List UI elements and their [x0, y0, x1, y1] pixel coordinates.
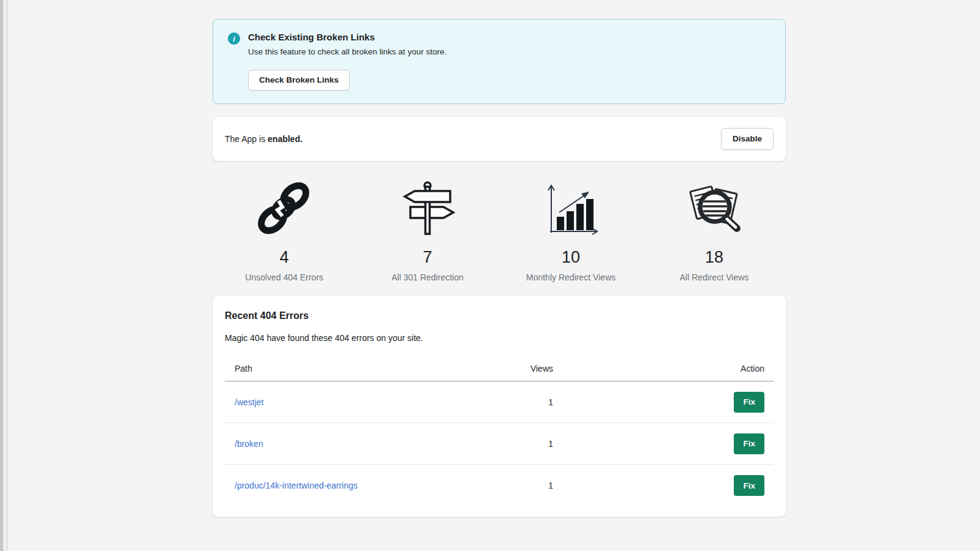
errors-card-description: Magic 404 have found these 404 errors on…: [225, 333, 774, 343]
info-icon: i: [228, 32, 240, 45]
path-link[interactable]: /broken: [235, 439, 263, 449]
stats-row: 4 Unsolved 404 Errors 7 All 301 Redirect…: [213, 178, 786, 282]
disable-button[interactable]: Disable: [721, 128, 774, 150]
views-value: 1: [488, 439, 553, 449]
stat-label: All Redirect Views: [643, 272, 786, 282]
stat-label: All 301 Redirection: [356, 272, 499, 282]
stat-value: 7: [356, 248, 499, 267]
app-status-prefix: The App is: [225, 134, 268, 144]
stat-all-redirect-views: 18 All Redirect Views: [643, 178, 786, 282]
bar-chart-icon: [499, 178, 643, 240]
views-value: 1: [488, 397, 553, 407]
table-row: /produc/14k-intertwined-earrings 1 Fix: [225, 465, 774, 506]
check-broken-links-button[interactable]: Check Broken Links: [248, 70, 350, 91]
stat-value: 10: [499, 248, 643, 267]
left-gutter: [3, 0, 8, 551]
banner-description: Use this feature to check all broken lin…: [248, 47, 447, 56]
fix-button[interactable]: Fix: [734, 475, 764, 496]
stat-value: 4: [213, 248, 356, 267]
banner-title: Check Existing Broken Links: [248, 32, 447, 42]
fix-button[interactable]: Fix: [734, 392, 764, 413]
broken-chain-icon: [213, 178, 356, 240]
broken-links-banner: i Check Existing Broken Links Use this f…: [213, 19, 786, 104]
stat-value: 18: [643, 248, 786, 267]
page-content: i Check Existing Broken Links Use this f…: [213, 19, 786, 517]
search-documents-icon: [643, 178, 786, 240]
stat-unsolved-404: 4 Unsolved 404 Errors: [213, 178, 356, 282]
app-status-value: enabled.: [268, 134, 303, 144]
errors-card-title: Recent 404 Errors: [225, 310, 774, 321]
stat-monthly-redirect-views: 10 Monthly Redirect Views: [499, 178, 643, 282]
signpost-icon: [356, 178, 499, 240]
column-header-path: Path: [225, 364, 488, 373]
banner-body: Check Existing Broken Links Use this fea…: [248, 32, 447, 91]
column-header-views: Views: [488, 364, 553, 373]
stat-label: Unsolved 404 Errors: [213, 272, 356, 282]
column-header-action: Action: [553, 364, 774, 373]
table-header-row: Path Views Action: [225, 356, 774, 381]
stat-301-redirection: 7 All 301 Redirection: [356, 178, 499, 282]
table-row: /broken 1 Fix: [225, 423, 774, 465]
path-link[interactable]: /westjet: [235, 397, 263, 407]
views-value: 1: [488, 481, 553, 490]
errors-table: Path Views Action /westjet 1 Fix /broken…: [225, 356, 774, 506]
path-link[interactable]: /produc/14k-intertwined-earrings: [235, 481, 358, 490]
app-status-text: The App is enabled.: [225, 134, 303, 144]
stat-label: Monthly Redirect Views: [499, 272, 643, 282]
fix-button[interactable]: Fix: [734, 433, 764, 454]
app-status-card: The App is enabled. Disable: [213, 117, 786, 161]
table-row: /westjet 1 Fix: [225, 381, 774, 423]
recent-404-errors-card: Recent 404 Errors Magic 404 have found t…: [213, 296, 786, 517]
